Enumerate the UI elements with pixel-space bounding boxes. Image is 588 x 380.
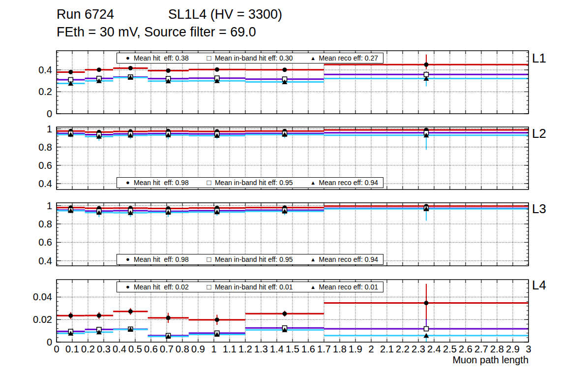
x-tick-label: 1.2 (238, 344, 252, 354)
x-tick-label: 2.3 (412, 344, 425, 354)
inband-marker (424, 72, 429, 77)
legend-entry-hit: ● Mean hit eff: 0.02 (122, 282, 189, 292)
hit-marker (424, 301, 429, 305)
y-tick-label: 0.04 (33, 291, 52, 302)
y-tick-label: 0.2 (38, 86, 52, 97)
legend-label: Mean reco eff: 0.27 (319, 53, 378, 63)
x-tick-label: 1.8 (333, 344, 347, 354)
hit-marker (68, 70, 73, 74)
y-tick-label: 0.6 (38, 237, 52, 248)
legend-entry-hit: ● Mean hit eff: 0.98 (122, 254, 189, 264)
open-square-marker-icon: □ (203, 53, 215, 63)
x-tick-label: 2.6 (459, 344, 472, 354)
hit-marker (283, 67, 287, 72)
efficiency-plot-page: Run 6724 SL1L4 (HV = 3300) FEth = 30 mV,… (0, 0, 588, 380)
hit-marker (166, 316, 171, 320)
x-axis-title: Muon path length (452, 354, 529, 366)
legend-label: Mean in-band hit eff: 0.95 (215, 254, 293, 264)
filled-triangle-marker-icon: ▲ (307, 254, 319, 264)
filled-triangle-marker-icon: ▲ (307, 178, 319, 188)
x-tick-label: 1.3 (254, 344, 268, 354)
legend-L4: ● Mean hit eff: 0.02 □ Mean in-band hit … (117, 282, 383, 292)
legend-L2: ● Mean hit eff: 0.98 □ Mean in-band hit … (117, 177, 383, 188)
hit-marker (215, 317, 219, 322)
open-square-marker-icon: □ (203, 254, 215, 264)
x-tick-label: 0.2 (81, 344, 95, 354)
filled-triangle-marker-icon: ▲ (307, 53, 319, 63)
legend-label: Mean reco eff: 0.94 (319, 178, 378, 188)
y-tick-label: 0.8 (38, 219, 52, 229)
legend-entry-reco: ▲ Mean reco eff: 0.94 (307, 178, 378, 188)
legend-entry-reco: ▲ Mean reco eff: 0.94 (307, 254, 378, 264)
y-tick-label: 1 (47, 200, 52, 211)
x-tick-label: 1.6 (301, 344, 315, 354)
hit-marker (166, 68, 171, 73)
filled-circle-marker-icon: ● (122, 254, 134, 264)
x-tick-label: 2.8 (490, 344, 504, 354)
y-tick-label: 0.4 (38, 64, 52, 75)
x-tick-label: 2.4 (427, 344, 441, 354)
x-tick-label: 2 (368, 344, 374, 354)
legend-entry-hit: ● Mean hit eff: 0.98 (122, 178, 189, 188)
x-tick-label: 1.1 (223, 344, 236, 354)
legend-entry-inband: □ Mean in-band hit eff: 0.30 (203, 53, 293, 63)
filled-circle-marker-icon: ● (122, 282, 134, 292)
legend-entry-inband: □ Mean in-band hit eff: 0.95 (203, 178, 293, 188)
x-tick-label: 1 (211, 344, 216, 354)
x-tick-label: 1.5 (286, 344, 299, 354)
x-tick-label: 3 (526, 344, 531, 354)
hit-marker (128, 66, 133, 70)
open-square-marker-icon: □ (203, 282, 215, 292)
hit-marker (97, 67, 101, 72)
x-tick-label: 0.3 (97, 344, 111, 354)
y-tick-label: 0.02 (33, 314, 52, 325)
legend-entry-inband: □ Mean in-band hit eff: 0.95 (203, 254, 293, 264)
legend-entry-inband: □ Mean in-band hit eff: 0.01 (203, 282, 293, 292)
legend-entry-reco: ▲ Mean reco eff: 0.27 (307, 53, 378, 63)
panel-label-L2: L2 (532, 127, 546, 140)
hit-marker (424, 63, 429, 67)
legend-label: Mean in-band hit eff: 0.30 (215, 53, 293, 63)
y-tick-label: 0.4 (38, 255, 52, 266)
filled-triangle-marker-icon: ▲ (307, 282, 319, 292)
x-tick-label: 0 (54, 344, 59, 354)
x-tick-label: 0.7 (160, 344, 174, 354)
x-tick-label: 2.9 (506, 344, 520, 354)
x-tick-label: 2.2 (396, 344, 410, 354)
y-tick-label: 0 (47, 108, 52, 119)
hit-marker (97, 313, 101, 317)
y-tick-label: 0.4 (38, 178, 52, 189)
x-tick-label: 0.8 (176, 344, 189, 354)
legend-label: Mean in-band hit eff: 0.01 (215, 282, 293, 292)
legend-label: Mean reco eff: 0.01 (319, 282, 378, 292)
legend-L3: ● Mean hit eff: 0.98 □ Mean in-band hit … (117, 254, 383, 265)
x-tick-label: 2.1 (380, 344, 394, 354)
x-tick-label: 2.5 (443, 344, 457, 354)
legend-L1: ● Mean hit eff: 0.38 □ Mean in-band hit … (117, 53, 383, 63)
legend-label: Mean hit eff: 0.38 (134, 53, 189, 63)
legend-label: Mean hit eff: 0.02 (134, 282, 189, 292)
x-tick-label: 0.9 (191, 344, 205, 354)
legend-label: Mean reco eff: 0.94 (319, 254, 378, 264)
x-tick-label: 0.4 (113, 344, 126, 354)
x-tick-label: 0.1 (65, 344, 79, 354)
panel-label-L4: L4 (532, 278, 546, 292)
y-tick-label: 0.8 (38, 142, 52, 153)
legend-label: Mean hit eff: 0.98 (134, 254, 189, 264)
legend-entry-reco: ▲ Mean reco eff: 0.01 (307, 282, 378, 292)
x-tick-label: 1.9 (349, 344, 362, 354)
hit-marker (283, 312, 287, 316)
legend-label: Mean in-band hit eff: 0.95 (215, 178, 293, 188)
x-tick-label: 1.4 (270, 344, 284, 354)
hit-marker (215, 67, 219, 72)
y-tick-label: 0 (47, 337, 52, 348)
x-tick-label: 0.5 (128, 344, 142, 354)
panel-label-L3: L3 (532, 202, 546, 216)
x-tick-label: 2.7 (474, 344, 488, 354)
x-tick-label: 1.7 (317, 344, 331, 354)
hit-marker (68, 314, 73, 318)
panel-label-L1: L1 (532, 51, 546, 65)
y-tick-label: 0.6 (38, 160, 52, 171)
legend-label: Mean hit eff: 0.98 (134, 178, 189, 188)
filled-circle-marker-icon: ● (122, 178, 134, 188)
